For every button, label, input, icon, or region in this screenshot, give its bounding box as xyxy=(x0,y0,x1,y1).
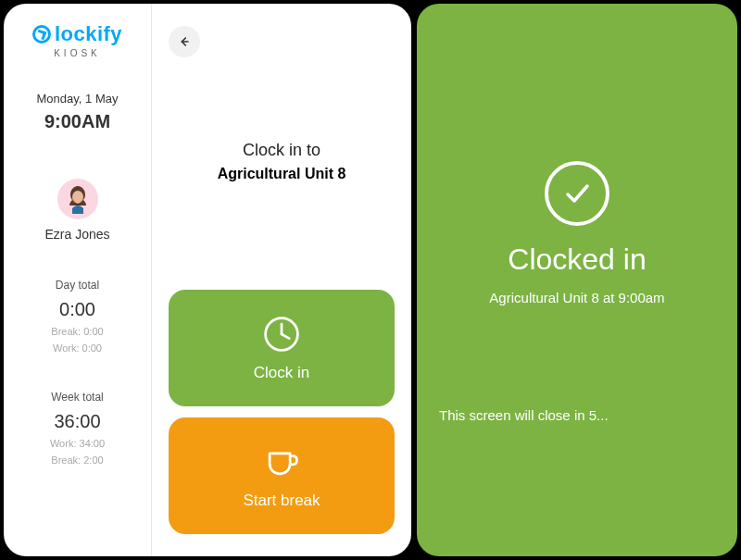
day-work: Work: 0:00 xyxy=(53,342,102,354)
heading-subject: Agricultural Unit 8 xyxy=(169,166,395,182)
main-panel: Clock in to Agricultural Unit 8 Clock in… xyxy=(152,4,411,556)
week-break: Break: 2:00 xyxy=(51,454,103,466)
confirmation-detail: Agricultural Unit 8 at 9:00am xyxy=(489,290,664,305)
back-button[interactable] xyxy=(169,26,200,57)
brand-subtitle: KIOSK xyxy=(54,48,101,58)
start-break-label: Start break xyxy=(243,492,320,510)
week-total-value: 36:00 xyxy=(54,411,100,432)
week-work: Work: 34:00 xyxy=(50,438,105,449)
kiosk-panel: lockify KIOSK Monday, 1 May 9:00AM Ezra … xyxy=(4,4,411,556)
confirmation-panel: Clocked in Agricultural Unit 8 at 9:00am… xyxy=(417,4,737,556)
current-time: 9:00AM xyxy=(44,111,110,132)
day-break: Break: 0:00 xyxy=(51,326,103,337)
current-date: Monday, 1 May xyxy=(37,92,119,106)
start-break-button[interactable]: Start break xyxy=(169,417,395,534)
confirmation-title: Clocked in xyxy=(508,243,646,277)
brand-logo: lockify xyxy=(32,22,122,46)
week-total-label: Week total xyxy=(51,391,103,404)
sidebar: lockify KIOSK Monday, 1 May 9:00AM Ezra … xyxy=(4,4,152,556)
cup-icon xyxy=(261,442,302,482)
day-total-value: 0:00 xyxy=(59,299,95,320)
heading-title: Clock in to xyxy=(169,141,395,160)
user-name: Ezra Jones xyxy=(44,227,109,242)
check-icon xyxy=(560,177,594,210)
clock-in-label: Clock in xyxy=(254,364,309,382)
svg-point-1 xyxy=(72,191,83,204)
check-circle-icon xyxy=(545,161,609,226)
avatar xyxy=(57,179,98,219)
brand-name: lockify xyxy=(55,22,122,46)
heading: Clock in to Agricultural Unit 8 xyxy=(169,141,395,182)
avatar-illustration xyxy=(59,180,96,218)
closing-message: This screen will close in 5... xyxy=(417,407,609,423)
action-buttons: Clock in Start break xyxy=(169,290,395,540)
day-total-label: Day total xyxy=(56,279,99,292)
arrow-left-icon xyxy=(177,34,192,49)
svg-line-5 xyxy=(282,334,289,339)
clock-icon xyxy=(261,314,302,355)
clock-logo-icon xyxy=(32,25,51,44)
clock-in-button[interactable]: Clock in xyxy=(169,290,395,406)
